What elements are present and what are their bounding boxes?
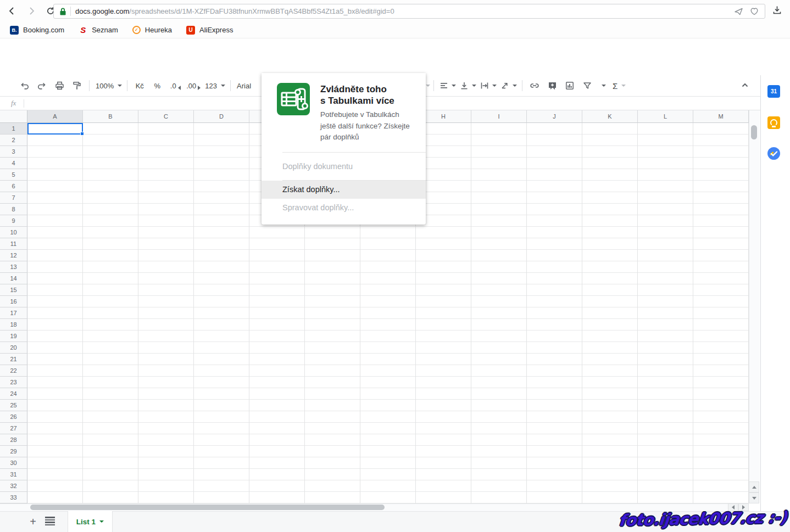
- row-header-27[interactable]: 27: [0, 423, 27, 434]
- format-percent-button[interactable]: %: [150, 79, 164, 93]
- horizontal-align-button[interactable]: [439, 79, 456, 93]
- insert-comment-icon[interactable]: [545, 79, 559, 93]
- row-header-21[interactable]: 21: [0, 354, 27, 365]
- row-header-33[interactable]: 33: [0, 492, 27, 503]
- bookmark-booking[interactable]: B. Booking.com: [10, 26, 64, 35]
- addons-promo: Zvládněte toho s Tabulkami více Potřebuj…: [262, 73, 426, 152]
- column-header-J[interactable]: J: [527, 110, 582, 123]
- row-header-14[interactable]: 14: [0, 273, 27, 284]
- row-header-7[interactable]: 7: [0, 192, 27, 204]
- column-header-D[interactable]: D: [194, 110, 249, 123]
- zoom-select[interactable]: 100%: [94, 79, 122, 93]
- column-header-A[interactable]: A: [27, 110, 83, 123]
- row-header-28[interactable]: 28: [0, 434, 27, 446]
- increase-decimals-button[interactable]: .00: [185, 79, 201, 93]
- collapse-toolbar-icon[interactable]: [739, 80, 750, 91]
- filter-icon[interactable]: [580, 79, 594, 93]
- side-panel: [760, 75, 790, 511]
- sheet-tab-list1[interactable]: List 1: [68, 511, 113, 532]
- paint-format-icon[interactable]: [70, 79, 84, 93]
- bookmark-heureka[interactable]: ✓ Heureka: [132, 26, 172, 34]
- bookmark-aliexpress[interactable]: U AliExpress: [186, 26, 233, 35]
- row-header-23[interactable]: 23: [0, 377, 27, 388]
- column-header-B[interactable]: B: [83, 110, 138, 123]
- row-header-11[interactable]: 11: [0, 238, 27, 250]
- bookmark-label: Seznam: [92, 26, 118, 34]
- booking-favicon: B.: [10, 26, 19, 35]
- heureka-favicon: ✓: [132, 26, 141, 34]
- url-domain: docs.google.com: [75, 7, 129, 15]
- scroll-up-button[interactable]: [749, 481, 759, 492]
- addons-promo-icon: [277, 83, 310, 115]
- functions-button[interactable]: Σ: [611, 79, 626, 93]
- text-wrap-button[interactable]: [480, 79, 497, 93]
- forward-button[interactable]: [24, 4, 38, 18]
- row-header-32[interactable]: 32: [0, 480, 27, 492]
- send-to-device-icon[interactable]: [733, 7, 744, 16]
- address-bar[interactable]: docs.google.com/spreadsheets/d/1M-XZfFDa…: [53, 4, 765, 19]
- row-header-12[interactable]: 12: [0, 250, 27, 261]
- row-header-22[interactable]: 22: [0, 365, 27, 377]
- chevron-down-icon: [99, 520, 104, 523]
- vertical-align-button[interactable]: [459, 79, 476, 93]
- row-header-20[interactable]: 20: [0, 342, 27, 354]
- selected-cell-A1[interactable]: [27, 123, 83, 135]
- all-sheets-button[interactable]: [45, 517, 55, 525]
- column-header-C[interactable]: C: [138, 110, 194, 123]
- selection-fill-handle[interactable]: [80, 132, 84, 136]
- horizontal-scrollbar-thumb[interactable]: [30, 505, 385, 510]
- vertical-scrollbar-thumb[interactable]: [751, 125, 757, 139]
- row-header-15[interactable]: 15: [0, 284, 27, 296]
- row-header-25[interactable]: 25: [0, 400, 27, 411]
- row-header-2[interactable]: 2: [0, 135, 27, 146]
- row-header-5[interactable]: 5: [0, 169, 27, 181]
- row-header-1[interactable]: 1: [0, 123, 27, 135]
- bookmark-seznam[interactable]: S Seznam: [79, 26, 118, 35]
- tasks-icon[interactable]: [767, 147, 780, 160]
- back-button[interactable]: [5, 4, 19, 18]
- format-currency-button[interactable]: Kč: [132, 79, 147, 93]
- vertical-scrollbar[interactable]: [749, 110, 760, 503]
- row-header-9[interactable]: 9: [0, 215, 27, 227]
- row-header-17[interactable]: 17: [0, 307, 27, 319]
- redo-icon[interactable]: [35, 79, 49, 93]
- insert-link-icon[interactable]: [527, 79, 542, 93]
- row-header-19[interactable]: 19: [0, 331, 27, 342]
- column-header-K[interactable]: K: [582, 110, 638, 123]
- undo-icon[interactable]: [17, 79, 31, 93]
- row-header-24[interactable]: 24: [0, 388, 27, 400]
- filter-views-caret[interactable]: [602, 85, 606, 87]
- row-header-30[interactable]: 30: [0, 457, 27, 469]
- font-name: Arial: [236, 82, 252, 90]
- decrease-decimals-button[interactable]: .0: [168, 79, 182, 93]
- url-path: /spreadsheets/d/1M-XZfFDaFU38tfnunXrmwBB…: [129, 7, 394, 15]
- row-header-29[interactable]: 29: [0, 446, 27, 457]
- add-sheet-button[interactable]: +: [26, 515, 40, 528]
- print-icon[interactable]: [52, 79, 66, 93]
- row-header-31[interactable]: 31: [0, 469, 27, 480]
- menu-item-get-addons[interactable]: Získat doplňky...: [262, 181, 426, 199]
- row-header-6[interactable]: 6: [0, 181, 27, 192]
- row-header-4[interactable]: 4: [0, 158, 27, 169]
- row-header-26[interactable]: 26: [0, 411, 27, 423]
- chevron-down-icon[interactable]: [426, 85, 430, 87]
- select-all-corner[interactable]: [0, 110, 27, 123]
- more-formats-button[interactable]: 123: [204, 79, 225, 93]
- column-header-L[interactable]: L: [638, 110, 693, 123]
- row-header-3[interactable]: 3: [0, 146, 27, 158]
- row-header-10[interactable]: 10: [0, 227, 27, 238]
- lock-icon: [59, 7, 67, 16]
- keep-icon[interactable]: [767, 116, 780, 129]
- column-header-I[interactable]: I: [471, 110, 527, 123]
- downloads-icon[interactable]: [771, 4, 783, 16]
- row-header-13[interactable]: 13: [0, 261, 27, 273]
- calendar-icon[interactable]: 31: [767, 85, 780, 98]
- row-header-16[interactable]: 16: [0, 296, 27, 307]
- row-header-8[interactable]: 8: [0, 204, 27, 215]
- insert-chart-icon[interactable]: [563, 79, 577, 93]
- scroll-down-button[interactable]: [749, 492, 759, 503]
- column-header-M[interactable]: M: [693, 110, 749, 123]
- text-rotation-button[interactable]: [500, 79, 517, 93]
- row-header-18[interactable]: 18: [0, 319, 27, 331]
- heart-bookmark-icon[interactable]: [749, 7, 759, 16]
